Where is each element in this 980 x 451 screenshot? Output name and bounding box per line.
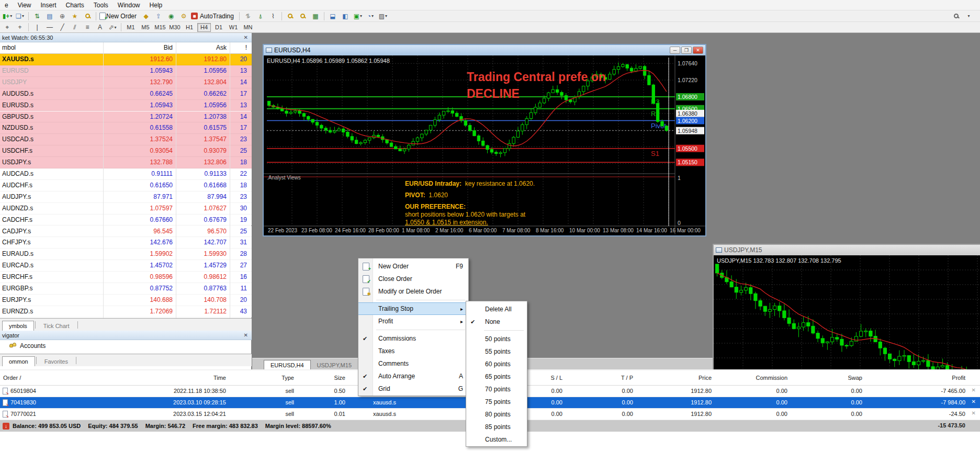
menu-item-view[interactable]: View	[13, 1, 36, 10]
timeframe-d1[interactable]: D1	[212, 23, 226, 32]
timeframe-m1[interactable]: M1	[124, 23, 138, 32]
market-watch-row[interactable]: EURAUD.s1.599021.5993028	[0, 249, 252, 260]
menu-item-taxes[interactable]: Taxes	[358, 345, 468, 357]
usdjpy-window-titlebar[interactable]: USDJPY,M15	[714, 245, 980, 255]
menu-item-50-points[interactable]: 50 points	[466, 333, 527, 345]
market-watch-row[interactable]: AUDCHF.s0.616500.6166818	[0, 180, 252, 191]
tile-horizontal-button[interactable]: ⬓	[327, 12, 339, 21]
menu-item-modify-or-delete-order[interactable]: ✱Modify or Delete Order	[358, 285, 468, 298]
close-button[interactable]: ✕	[693, 47, 703, 54]
indicators-button[interactable]: ▣▾	[352, 12, 364, 21]
text-button[interactable]: A	[94, 22, 106, 32]
toolbar-overflow-button[interactable]: ▾	[963, 12, 974, 21]
timeframe-mn[interactable]: MN	[241, 23, 255, 32]
restore-button[interactable]: ❐	[681, 47, 692, 54]
bar-chart-button[interactable]: ⥮	[242, 12, 254, 21]
menu-item-commissions[interactable]: ✔Commissions	[358, 332, 468, 345]
market-watch-row[interactable]: USDJPY.s132.788132.80618	[0, 157, 252, 168]
menu-item-profit[interactable]: Profit▸	[358, 315, 468, 328]
market-watch-row[interactable]: EURNZD.s1.720691.7211243	[0, 306, 252, 318]
eurusd-window-titlebar[interactable]: EURUSD,H4 ─ ❐ ✕	[264, 45, 705, 55]
minimize-button[interactable]: ─	[670, 47, 680, 54]
tile-vertical-button[interactable]: ◧	[340, 12, 351, 21]
search-button[interactable]	[950, 12, 962, 21]
menu-item-new-order[interactable]: +New OrderF9	[358, 260, 468, 273]
terminal-column-header[interactable]: Order /	[3, 375, 21, 381]
horizontal-line-button[interactable]: —	[44, 22, 55, 32]
zoom-in-button[interactable]	[285, 12, 296, 21]
close-order-icon[interactable]: ✕	[972, 387, 976, 393]
market-watch-titlebar[interactable]: ket Watch: 06:55:30 ✕	[0, 33, 252, 42]
terminal-column-header[interactable]: Size	[230, 375, 345, 381]
market-watch-row[interactable]: EURCHF.s0.985960.9861216	[0, 272, 252, 283]
chart-tab-usdjpy-m15[interactable]: USDJPY,M15	[311, 360, 358, 369]
deposit-button[interactable]: ◆	[140, 12, 152, 21]
close-icon[interactable]: ✕	[242, 332, 250, 338]
terminal-column-header[interactable]: Swap	[747, 375, 862, 381]
market-watch-row[interactable]: EURUSD1.059431.0595613	[0, 65, 252, 77]
menu-item-80-points[interactable]: 80 points	[466, 408, 527, 421]
column-spread[interactable]: !	[245, 44, 247, 51]
template-button[interactable]: ▨▾	[377, 12, 389, 21]
profiles-button[interactable]: ❏▾	[14, 12, 26, 21]
autotrading-button[interactable]: ■ AutoTrading	[190, 12, 236, 21]
navigator-item-accounts[interactable]: Accounts	[9, 342, 46, 349]
tab-favorites[interactable]: Favorites	[38, 356, 75, 366]
menu-item-70-points[interactable]: 70 points	[466, 383, 527, 396]
crosshair-button[interactable]: +	[14, 22, 26, 32]
market-watch-row[interactable]: CADJPY.s96.54596.57025	[0, 226, 252, 238]
terminal-column-header[interactable]: Profit	[850, 375, 965, 381]
market-watch-row[interactable]: AUDNZD.s1.075971.0762730	[0, 203, 252, 215]
menu-item-insert[interactable]: Insert	[36, 1, 61, 10]
candlestick-button[interactable]: ⍋	[255, 12, 266, 21]
timeframe-h4[interactable]: H4	[197, 23, 211, 32]
column-symbol[interactable]: mbol	[2, 44, 16, 51]
fibonacci-button[interactable]: ≡	[82, 22, 93, 32]
navigator-toggle[interactable]: ⊕	[57, 12, 68, 21]
menu-item-window[interactable]: Window	[113, 1, 145, 10]
menu-item-help[interactable]: Help	[145, 1, 167, 10]
market-watch-row[interactable]: EURGBP.s0.877520.8776311	[0, 283, 252, 295]
close-order-icon[interactable]: ✕	[972, 410, 976, 416]
market-watch-row[interactable]: EURUSD.s1.059431.0595613	[0, 100, 252, 111]
trendline-button[interactable]: ╱	[57, 22, 68, 32]
cursor-button[interactable]: ⌖	[2, 22, 13, 32]
market-watch-row[interactable]: USDCAD.s1.375241.3754723	[0, 134, 252, 145]
tab-ymbols[interactable]: ymbols	[2, 321, 34, 331]
column-bid[interactable]: Bid	[164, 44, 173, 51]
channel-button[interactable]: ⫽	[69, 22, 81, 32]
timeframe-m5[interactable]: M5	[139, 23, 152, 32]
menu-item-close-order[interactable]: ✔Close Order	[358, 273, 468, 285]
menu-item-tools[interactable]: Tools	[89, 1, 113, 10]
close-order-icon[interactable]: ✕	[972, 399, 976, 404]
navigator-titlebar[interactable]: vigator ✕	[0, 331, 252, 340]
vertical-line-button[interactable]: |	[31, 22, 43, 32]
new-chart-button[interactable]: ▮+▾	[2, 12, 13, 21]
arrows-button[interactable]: ⬀▾	[107, 22, 118, 32]
market-watch-row[interactable]: NZDUSD.s0.615580.6157517	[0, 122, 252, 134]
menu-item-75-points[interactable]: 75 points	[466, 396, 527, 408]
timeframe-m15[interactable]: M15	[153, 23, 167, 32]
tab-tick-chart[interactable]: Tick Chart	[37, 321, 76, 331]
menu-item-comments[interactable]: Comments	[358, 357, 468, 370]
menu-item-55-points[interactable]: 55 points	[466, 345, 527, 358]
market-watch-row[interactable]: USDJPY132.790132.80414	[0, 77, 252, 88]
market-watch-row[interactable]: AUDUSD.s0.662450.6626217	[0, 88, 252, 100]
market-watch-row[interactable]: AUDCAD.s0.911110.9113322	[0, 168, 252, 180]
zoom-out-button[interactable]	[297, 12, 309, 21]
market-watch-row[interactable]: USDCHF.s0.930540.9307925	[0, 145, 252, 157]
market-watch-row[interactable]: CHFJPY.s142.676142.70731	[0, 237, 252, 249]
periods-button[interactable]: ◔▾	[365, 12, 376, 21]
tile-windows-button[interactable]: ▦	[310, 12, 321, 21]
menu-item-e[interactable]: e	[0, 1, 13, 10]
data-window-toggle[interactable]: ▤	[44, 12, 55, 21]
strategy-tester-button[interactable]	[82, 12, 93, 21]
eurusd-chart-area[interactable]: R3R2PivotS11.076401.072201.068001.065001…	[264, 55, 705, 235]
menu-item-none[interactable]: ✔None	[466, 315, 527, 328]
menu-item-60-points[interactable]: 60 points	[466, 358, 527, 370]
new-order-button[interactable]: + New Order	[99, 12, 139, 21]
signals-button[interactable]: ◉	[165, 12, 177, 21]
tab-ommon[interactable]: ommon	[2, 356, 35, 366]
expert-advisors-button[interactable]: ⚙	[178, 12, 189, 21]
market-watch-row[interactable]: EURJPY.s140.688140.70820	[0, 295, 252, 306]
